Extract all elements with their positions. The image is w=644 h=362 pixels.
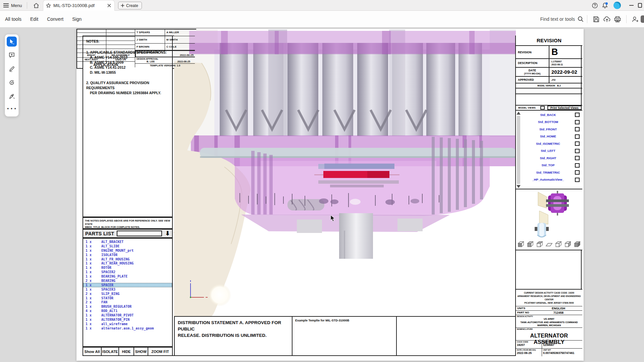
- share-upload-button[interactable]: [601, 13, 612, 25]
- parts-list-search-input[interactable]: [117, 231, 162, 236]
- view-cube-icon-7[interactable]: [573, 240, 581, 248]
- model-view-checkbox[interactable]: [575, 127, 580, 131]
- parts-list-row-brush_regulator[interactable]: 1 xBRUSH_REGULATOR: [83, 304, 172, 309]
- parts-list-row-rotor[interactable]: 1 xROTOR: [83, 265, 172, 270]
- clipped-toolbar-icon[interactable]: [641, 13, 644, 25]
- model-view-checkbox[interactable]: [575, 170, 580, 175]
- model-view-link-std_left[interactable]: Std_LEFT: [521, 149, 575, 153]
- parts-button-isolate[interactable]: ISOLATE: [102, 348, 119, 355]
- home-button[interactable]: [32, 1, 41, 9]
- part-name: SPACER3: [101, 288, 172, 291]
- menu-edit[interactable]: Edit: [30, 16, 38, 22]
- part-qty: 1 x: [83, 261, 101, 265]
- model-view-checkbox[interactable]: [575, 178, 580, 182]
- parts-list-row-alt_rear_housing[interactable]: 1 xALT_REAR_HOUSING: [83, 261, 172, 265]
- parts-list-row-engine_mount_prt[interactable]: 1 xENGINE_MOUNT_prt: [83, 248, 172, 253]
- model-view-link-std_home[interactable]: Std_HOME: [521, 135, 575, 138]
- approved-row: APPROVED JTD: [516, 77, 582, 83]
- window-restore-button[interactable]: [638, 0, 644, 11]
- help-button[interactable]: [590, 0, 600, 11]
- print-button[interactable]: [612, 13, 623, 25]
- model-views-scrollbar[interactable]: [517, 112, 521, 188]
- comment-icon: [9, 52, 15, 58]
- document-tab[interactable]: MIL-STD-31000B.pdf: [43, 0, 115, 11]
- parts-list-row-alternator.asm.1_assy_geom[interactable]: 1 xalternator.asm.1_assy_geom: [83, 326, 172, 330]
- view-cube-icon-3[interactable]: [536, 240, 544, 248]
- parts-list-row-slip_ring[interactable]: 2 xSLIP_RING: [83, 292, 172, 296]
- date-format-label: (YYYY-MO-DA): [524, 72, 541, 75]
- view-cube-icon-6[interactable]: [564, 240, 572, 248]
- model-view-checkbox[interactable]: [575, 141, 580, 146]
- account-avatar[interactable]: [613, 2, 621, 9]
- highlight-tool-button[interactable]: [7, 64, 17, 74]
- design-approval-1-date: 2022-06-25: [180, 54, 194, 57]
- view-cube-icon-1[interactable]: [517, 240, 525, 248]
- parts-list-row-spacer3[interactable]: 1 xSPACER3: [83, 287, 172, 292]
- model-view-checkbox[interactable]: [575, 134, 580, 139]
- menu-all-tools[interactable]: All tools: [5, 16, 21, 22]
- parts-list-row-bearing[interactable]: 2 xBEARING: [83, 279, 172, 283]
- parts-button-show[interactable]: SHOW: [134, 348, 148, 355]
- model-view-link-std_trimetric[interactable]: Std_TRIMETRIC: [521, 171, 575, 174]
- model-preview-thumbnails[interactable]: [516, 189, 582, 240]
- view-cube-icon-2[interactable]: [526, 240, 534, 248]
- create-tab-button[interactable]: Create: [118, 2, 142, 9]
- model-view-link-std_front[interactable]: Std_FRONT: [521, 128, 575, 131]
- parts-list-down-arrow[interactable]: ⬇: [165, 231, 170, 236]
- comment-tool-button[interactable]: [7, 50, 17, 60]
- parts-button-hide[interactable]: HIDE: [119, 348, 134, 355]
- parts-list-row-alt_bracket[interactable]: 1 xALT_BRACKET: [83, 240, 172, 244]
- model-view-checkbox[interactable]: [575, 156, 580, 160]
- print-selected-views-button[interactable]: Print Selected Views: [547, 106, 582, 110]
- parts-list-row-bearing_plate[interactable]: 1 xBEARING_PLATE: [83, 274, 172, 279]
- parts-list-row-spacer2[interactable]: 1 xSPACER2: [83, 270, 172, 274]
- parts-list-row-alt_fr_housing[interactable]: 1 xALT_FR_HOUSING: [83, 257, 172, 261]
- tab-title: MIL-STD-31000B.pdf: [53, 3, 104, 8]
- model-view-checkbox[interactable]: [575, 120, 580, 124]
- menu-sign[interactable]: Sign: [72, 16, 82, 22]
- scroll-down-icon[interactable]: [517, 185, 521, 188]
- draw-tool-button[interactable]: [7, 78, 17, 88]
- parts-list-row-spacer[interactable]: 1 xSPACER: [83, 283, 172, 287]
- parts-button-show-all[interactable]: Show All: [83, 348, 102, 355]
- model-view-link-std_right[interactable]: Std_RIGHT: [521, 157, 575, 160]
- select-tool-button[interactable]: [7, 37, 17, 47]
- model-views-select-all-checkbox[interactable]: [540, 106, 545, 110]
- parts-list-row-alternator_pin[interactable]: 1 xALTERNATOR_PIN: [83, 317, 172, 322]
- scroll-up-icon[interactable]: [517, 112, 521, 115]
- star-icon[interactable]: [46, 3, 51, 8]
- fill-sign-tool-button[interactable]: [7, 92, 17, 102]
- model-view-checkbox[interactable]: [575, 113, 580, 117]
- model-views-list: Std_BACKStd_BOTTOMStd_FRONTStd_HOMEStd_I…: [516, 111, 582, 189]
- model-view-link-std_back[interactable]: Std_BACK: [521, 113, 575, 117]
- parts-list-row-fan[interactable]: 2 xFAN: [83, 300, 172, 304]
- model-view-link-_hp_automaticview_[interactable]: _HP_AutomaticView_: [521, 178, 575, 181]
- part-name: BRUSH_REGULATOR: [101, 305, 172, 308]
- parts-list-row-rod_alt1[interactable]: 4 xROD_ALT1: [83, 309, 172, 313]
- parts-list-row-alternator_pivot[interactable]: 1 xALTERNATOR_PIVOT: [83, 313, 172, 317]
- menu-button[interactable]: Menu: [3, 0, 22, 11]
- parts-list-row-isolator[interactable]: 1 xISOLATOR: [83, 253, 172, 257]
- find-text-or-tools[interactable]: Find text or tools: [540, 16, 584, 22]
- view-cube-icon-5[interactable]: [554, 240, 562, 248]
- tab-close-icon[interactable]: [106, 3, 112, 8]
- parts-button-zoom-fit[interactable]: ZOOM FIT: [148, 348, 172, 355]
- request-signatures-button[interactable]: [630, 13, 641, 25]
- application-empty-cell: [106, 49, 135, 53]
- 3d-model-viewport[interactable]: [174, 29, 516, 316]
- save-button[interactable]: [591, 13, 601, 25]
- view-cube-icon-4[interactable]: [545, 240, 553, 248]
- model-view-link-std_bottom[interactable]: Std_BOTTOM: [521, 120, 575, 124]
- parts-list-row-stator[interactable]: 1 xSTATOR: [83, 296, 172, 300]
- model-view-checkbox[interactable]: [575, 149, 580, 153]
- more-tools-button[interactable]: • • •: [7, 106, 16, 111]
- parts-list-row-alt_slide[interactable]: 1 xALT_SLIDE: [83, 244, 172, 248]
- scrollbar-track[interactable]: [517, 116, 520, 184]
- menu-convert[interactable]: Convert: [47, 16, 63, 22]
- model-view-link-std_isometric[interactable]: Std_ISOMETRIC: [521, 142, 575, 145]
- window-minimize-button[interactable]: [625, 0, 638, 11]
- model-view-link-std_top[interactable]: Std_TOP: [521, 164, 575, 167]
- model-view-checkbox[interactable]: [575, 163, 580, 168]
- notifications-button[interactable]: [600, 0, 610, 11]
- parts-list-row-all_wireframe[interactable]: 1 xall_wireframe: [83, 322, 172, 326]
